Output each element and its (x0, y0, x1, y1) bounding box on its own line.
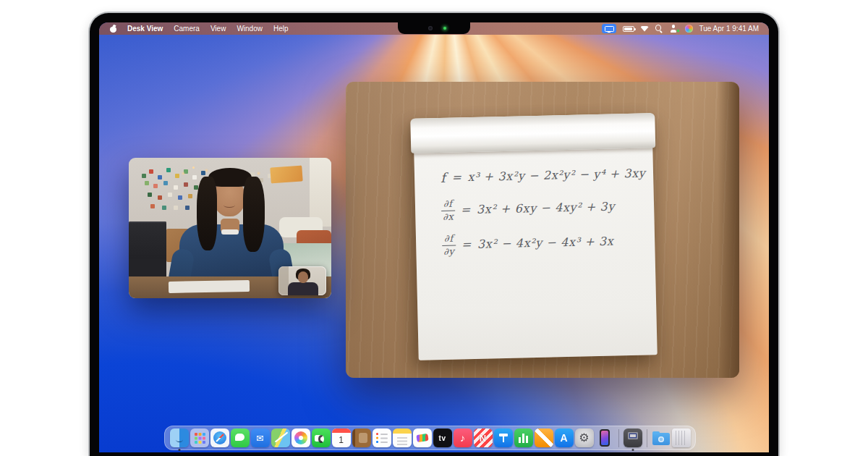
fraction-df-dy: ∂f ∂y (442, 234, 456, 258)
wall-banner (270, 165, 302, 183)
folder-icon (652, 433, 670, 445)
music-note-icon: ♪ (460, 432, 465, 444)
dock-item-messages[interactable] (231, 428, 250, 447)
facetime-pip-thumbnail[interactable] (278, 266, 326, 295)
menu-window[interactable]: Window (237, 25, 263, 33)
photo-collage-wall (142, 174, 146, 178)
macbook-frame: Desk View Camera View Window Help Tue Ap… (88, 12, 780, 456)
remote-participant-collar (221, 229, 239, 235)
local-participant-face (298, 271, 308, 283)
notepad: f = x³ + 3x²y − 2x²y² − y⁴ + 3xy ∂f ∂x =… (413, 113, 657, 360)
tv-icon: tv (439, 434, 446, 442)
dock-item-system-settings[interactable]: ⚙ (575, 428, 594, 447)
notepad-page: f = x³ + 3x²y − 2x²y² − y⁴ + 3xy ∂f ∂x =… (414, 148, 657, 360)
menu-app-name[interactable]: Desk View (127, 25, 163, 33)
facetime-window[interactable] (129, 158, 331, 298)
app-store-icon: A (560, 432, 567, 444)
dock-item-iphone-mirroring[interactable] (595, 428, 614, 447)
dock-item-downloads-folder[interactable] (652, 428, 671, 447)
screen-mirroring-icon[interactable] (602, 24, 616, 33)
dock-item-mail[interactable]: ✉ (251, 428, 270, 447)
speaker-stack (129, 221, 166, 279)
dock-item-calendar[interactable]: 1 (332, 428, 351, 447)
menu-bar-status: Tue Apr 1 9:41 AM (602, 22, 759, 35)
string-lights (192, 166, 195, 169)
dock-item-contacts[interactable] (352, 428, 371, 447)
menu-bar-clock[interactable]: Tue Apr 1 9:41 AM (699, 25, 759, 33)
dock-item-reminders[interactable] (373, 428, 391, 447)
dock-item-launchpad[interactable] (190, 428, 209, 447)
remote-participant-hair-right (243, 177, 265, 252)
dock-item-music[interactable]: ♪ (454, 428, 472, 447)
status-green-dot (677, 30, 679, 32)
iphone-icon (600, 429, 610, 447)
mail-icon: ✉ (256, 433, 264, 444)
dock-item-facetime[interactable] (312, 428, 331, 447)
dock-item-keynote[interactable] (494, 428, 513, 447)
desk-view-window[interactable]: f = x³ + 3x²y − 2x²y² − y⁴ + 3xy ∂f ∂x =… (346, 82, 739, 378)
dock-item-news[interactable]: N (474, 428, 493, 447)
desk-edge-shadow (718, 82, 739, 378)
menu-view[interactable]: View (210, 25, 226, 33)
pip-wall-shade (278, 266, 289, 295)
dock-item-app-store[interactable]: A (555, 428, 574, 447)
camera-active-light-icon (443, 27, 446, 30)
notepad-curled-top (410, 113, 655, 153)
dock-item-pages[interactable] (535, 428, 553, 447)
equation-function: f = x³ + 3x²y − 2x²y² − y⁴ + 3xy (441, 164, 648, 187)
camera-lens-icon (428, 26, 433, 30)
dock: ✉ 1 tv ♪ N A ⚙ (164, 426, 696, 450)
apple-menu-icon[interactable] (109, 25, 116, 33)
page-background: Desk View Camera View Window Help Tue Ap… (0, 0, 868, 456)
menu-bar-left: Desk View Camera View Window Help (109, 22, 289, 35)
dock-separator (647, 429, 647, 447)
desk-paper (169, 280, 250, 293)
dock-item-notes[interactable] (393, 428, 412, 447)
wifi-icon[interactable] (641, 26, 649, 32)
fraction-df-dx: ∂f ∂x (441, 199, 455, 223)
dock-separator (618, 429, 619, 447)
gear-icon: ⚙ (579, 432, 589, 444)
dock-item-freeform[interactable] (413, 428, 432, 447)
bar-chart-icon (526, 436, 528, 443)
dock-item-safari[interactable] (210, 428, 229, 447)
dock-item-photos[interactable] (292, 428, 310, 447)
user-switcher-icon[interactable] (670, 25, 678, 33)
dock-item-numbers[interactable] (514, 428, 533, 447)
dock-item-finder[interactable] (170, 428, 189, 447)
local-participant-shirt (288, 282, 318, 295)
news-icon: N (480, 433, 486, 444)
equation-partial-y: ∂f ∂y = 3x² − 4x²y − 4x³ + 3x (442, 229, 650, 258)
dock-item-apple-tv[interactable]: tv (433, 428, 452, 447)
spotlight-search-icon[interactable] (655, 25, 663, 33)
remote-participant-smile (224, 203, 235, 208)
siri-icon[interactable] (685, 25, 693, 33)
dock-item-desk-view-app[interactable] (624, 428, 642, 447)
bedroom-window-light (310, 158, 331, 227)
macbook-screen: Desk View Camera View Window Help Tue Ap… (99, 22, 769, 452)
camera-notch (398, 22, 470, 34)
dock-item-maps[interactable] (271, 428, 290, 447)
remote-participant-hair-left (197, 177, 217, 250)
menu-camera[interactable]: Camera (174, 25, 200, 33)
equation-partial-x: ∂f ∂x = 3x² + 6xy − 4xy² + 3y (441, 194, 649, 222)
calendar-date-label: 1 (339, 435, 344, 445)
menu-help[interactable]: Help (273, 25, 289, 33)
battery-icon[interactable] (623, 26, 634, 32)
dock-item-trash[interactable] (672, 428, 691, 447)
